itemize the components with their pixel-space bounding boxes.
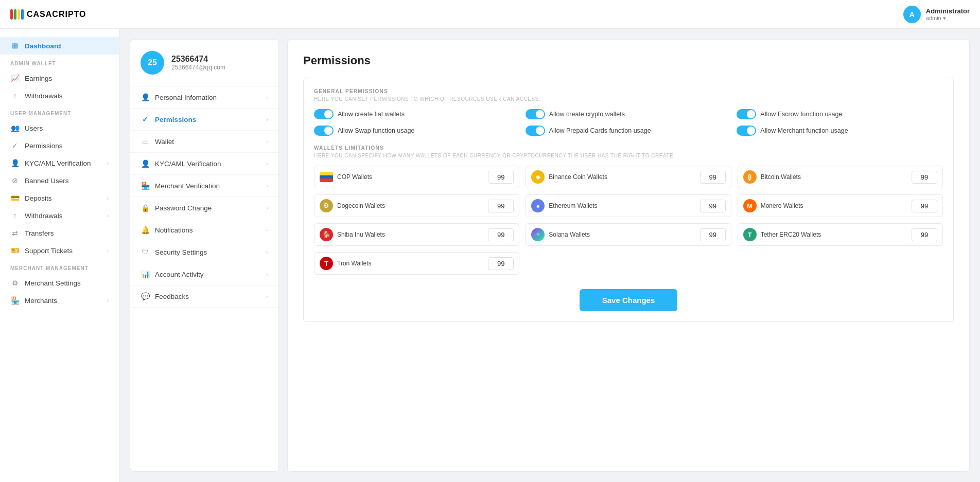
merchants-icon: 🏪	[10, 296, 20, 305]
toggle-merchant-switch[interactable]	[737, 126, 756, 136]
toggle-escrow: Allow Escrow function usage	[737, 109, 943, 119]
sidebar-item-transfers[interactable]: ⇄ Transfers	[0, 224, 119, 242]
sidebar-item-merchant-settings[interactable]: ⚙ Merchant Settings	[0, 274, 119, 292]
eth-wallet-name: Ethereum Wallets	[549, 202, 695, 209]
sidebar-item-permissions[interactable]: ✓ Permissions	[0, 137, 119, 154]
sidebar-item-label: Withdrawals	[25, 92, 63, 100]
lock-icon: 🔒	[141, 204, 150, 212]
toggle-fiat-wallets-switch[interactable]	[314, 109, 334, 119]
sidebar-item-merchants[interactable]: 🏪 Merchants ›	[0, 292, 119, 309]
transfers-icon: ⇄	[10, 229, 20, 237]
eth-wallet-input[interactable]	[700, 200, 726, 212]
sol-wallet-input[interactable]	[700, 228, 726, 241]
save-changes-button[interactable]: Save Changes	[580, 289, 678, 311]
sidebar-item-earnings[interactable]: 📈 Earnings	[0, 69, 119, 87]
trx-wallet-input[interactable]	[488, 257, 514, 270]
wallet-item-sol: ≡ Solana Wallets	[526, 223, 731, 246]
users-icon: 👥	[10, 124, 20, 132]
chevron-right-icon: ›	[266, 293, 268, 299]
kyc-icon: 👤	[10, 159, 20, 167]
panel-menu-merchant-verification[interactable]: 🏪 Merchant Verification ›	[130, 175, 278, 197]
sidebar-item-dashboard[interactable]: ⊞ Dashboard	[0, 37, 119, 55]
toggle-prepaid-switch[interactable]	[526, 126, 545, 136]
panel-menu-label: Wallet	[155, 138, 174, 146]
panel-menu-label: KYC/AML Verification	[155, 160, 221, 168]
sidebar-item-banned[interactable]: ⊘ Banned Users	[0, 172, 119, 189]
chevron-right-icon: ›	[107, 160, 109, 166]
chevron-right-icon: ›	[266, 116, 268, 122]
sidebar-item-withdrawals[interactable]: ↑ Withdrawals	[0, 87, 119, 104]
layout: ⊞ Dashboard ADMIN WALLET 📈 Earnings ↑ Wi…	[0, 29, 980, 482]
sidebar-item-users[interactable]: 👥 Users	[0, 119, 119, 137]
toggle-swap-switch[interactable]	[314, 126, 334, 136]
user-menu[interactable]: A Administrator admin ▾	[903, 6, 970, 23]
shib-icon: 🐕	[320, 228, 333, 241]
withdrawals2-icon: ↑	[10, 211, 20, 220]
shib-wallet-input[interactable]	[488, 228, 514, 241]
shield-icon: 🛡	[141, 248, 150, 256]
panel-menu-feedbacks[interactable]: 💬 Feedbacks ›	[130, 285, 278, 308]
panel-menu-label: Security Settings	[155, 248, 207, 256]
sidebar-item-kyc[interactable]: 👤 KYC/AML Verification ›	[0, 154, 119, 172]
wallet-item-cop: COP Wallets	[314, 166, 519, 188]
panel-menu-security[interactable]: 🛡 Security Settings ›	[130, 241, 278, 263]
user-name: Administrator	[926, 7, 970, 15]
btc-wallet-input[interactable]	[912, 171, 937, 184]
merchant-settings-icon: ⚙	[10, 279, 20, 287]
panel-menu-password[interactable]: 🔒 Password Change ›	[130, 197, 278, 219]
cop-wallet-name: COP Wallets	[337, 173, 484, 181]
chevron-right-icon: ›	[266, 227, 268, 233]
deposits-icon: 💳	[10, 194, 20, 202]
btc-wallet-name: Bitcoin Wallets	[761, 173, 907, 181]
sidebar-item-support[interactable]: 🎫 Support Tickets ›	[0, 242, 119, 259]
sidebar-item-label: Permissions	[25, 142, 63, 150]
sidebar-item-label: Transfers	[25, 229, 54, 237]
doge-wallet-input[interactable]	[488, 200, 514, 212]
chevron-right-icon: ›	[266, 271, 268, 277]
user-card-avatar: 25	[141, 51, 164, 75]
usdt-wallet-input[interactable]	[912, 228, 937, 241]
main-content: 25 25366474 25366474@qq.com 👤 Personal I…	[119, 29, 980, 482]
permissions-box: GENERAL PERMISSIONS HERE YOU CAN SET PER…	[303, 78, 954, 322]
sidebar-section-user-mgmt: USER MANAGEMENT	[0, 104, 119, 119]
sidebar-item-deposits[interactable]: 💳 Deposits ›	[0, 189, 119, 207]
chevron-right-icon: ›	[266, 160, 268, 167]
sidebar-item-withdrawals2[interactable]: ↑ Withdrawals ›	[0, 207, 119, 224]
chevron-right-icon: ›	[266, 249, 268, 255]
sidebar-item-label: Banned Users	[25, 177, 69, 185]
wallet-item-xmr: M Monero Wallets	[738, 194, 943, 217]
merchant-verification-icon: 🏪	[141, 182, 150, 190]
kyc-icon: 👤	[141, 159, 150, 168]
panel-menu-activity[interactable]: 📊 Account Activity ›	[130, 263, 278, 285]
panel-menu-permissions[interactable]: ✓ Permissions ›	[130, 109, 278, 131]
eth-icon: ♦	[531, 199, 545, 212]
bell-icon: 🔔	[141, 226, 150, 234]
bnb-wallet-input[interactable]	[700, 171, 726, 184]
wallets-section-desc: HERE YOU CAN SPECIFY HOW MANY WALLETS OF…	[314, 153, 943, 158]
logo-text: CASACRIPTO	[27, 10, 86, 19]
avatar: A	[903, 6, 921, 23]
chevron-down-icon: ▾	[943, 15, 946, 22]
chevron-right-icon: ›	[266, 183, 268, 189]
sidebar-item-label: Withdrawals	[25, 212, 63, 220]
earnings-icon: 📈	[10, 74, 20, 82]
xmr-wallet-name: Monero Wallets	[761, 202, 907, 209]
xmr-wallet-input[interactable]	[912, 200, 937, 212]
cop-wallet-input[interactable]	[488, 171, 514, 184]
user-card-info: 25366474 25366474@qq.com	[171, 55, 225, 71]
usdt-icon: T	[743, 228, 757, 241]
general-permissions-desc: HERE YOU CAN SET PERMISSIONS TO WHICH OF…	[314, 96, 943, 102]
panel-menu-wallet[interactable]: ▭ Wallet ›	[130, 131, 278, 153]
chevron-right-icon: ›	[107, 248, 109, 254]
shib-wallet-name: Shiba Inu Wallets	[337, 231, 484, 238]
panel-menu-personal[interactable]: 👤 Personal Infomation ›	[130, 86, 278, 109]
panel-menu-notifications[interactable]: 🔔 Notifications ›	[130, 219, 278, 241]
toggle-prepaid-label: Allow Prepaid Cards function usage	[549, 127, 651, 134]
user-info: Administrator admin ▾	[926, 7, 970, 22]
doge-wallet-name: Dogecoin Wallets	[337, 202, 484, 209]
logo-icon	[10, 9, 24, 20]
toggle-escrow-switch[interactable]	[737, 109, 756, 119]
toggle-crypto-wallets-switch[interactable]	[526, 109, 545, 119]
chevron-right-icon: ›	[266, 138, 268, 145]
panel-menu-kyc[interactable]: 👤 KYC/AML Verification ›	[130, 153, 278, 175]
